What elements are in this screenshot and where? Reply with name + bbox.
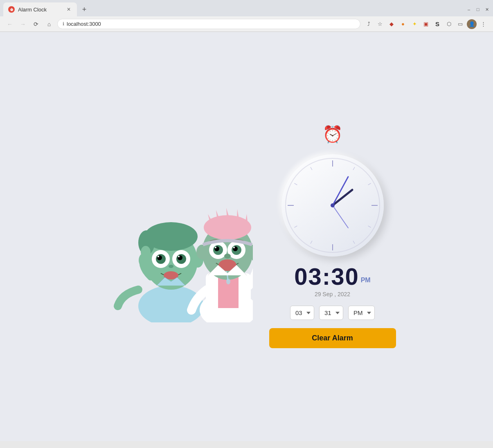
svg-point-39 <box>226 279 230 284</box>
hour-select[interactable]: 010203040506070809101112 <box>290 306 314 320</box>
profile-icon[interactable]: 👤 <box>467 19 477 29</box>
bookmark-icon[interactable]: ☆ <box>375 19 385 29</box>
reload-button[interactable]: ⟳ <box>31 19 41 29</box>
address-input[interactable]: ℹ localhost:3000 <box>57 19 360 29</box>
period-select[interactable]: AMPM <box>348 306 375 320</box>
svg-line-55 <box>311 167 312 170</box>
main-container: ⏰ <box>97 125 396 348</box>
browser-tab[interactable]: ⏰ Alarm Clock ✕ <box>3 2 77 16</box>
lock-icon: ℹ <box>63 21 64 27</box>
minute-select[interactable]: 0001020304050607080910111213141516171819… <box>319 306 343 320</box>
alarm-time-selectors: 010203040506070809101112 000102030405060… <box>290 306 375 320</box>
sidebar-icon[interactable]: ▭ <box>455 19 465 29</box>
svg-point-37 <box>224 254 231 259</box>
svg-point-13 <box>169 265 173 268</box>
extensions-icon[interactable]: ⬡ <box>444 19 454 29</box>
digital-time-display: 03:30PM 29 Sep , 2022 <box>294 265 370 297</box>
svg-point-40 <box>196 245 208 259</box>
app-content: ⏰ <box>0 32 493 441</box>
svg-line-48 <box>353 167 355 170</box>
back-button[interactable]: ← <box>5 19 15 29</box>
menu-icon[interactable]: ⋮ <box>478 19 488 29</box>
url-display: localhost:3000 <box>67 21 101 27</box>
svg-point-36 <box>233 247 235 248</box>
date-display: 29 Sep , 2022 <box>294 291 370 297</box>
ampm-text: PM <box>361 277 371 284</box>
svg-line-58 <box>333 205 348 228</box>
window-controls: – □ ✕ <box>466 7 490 12</box>
ext1-icon[interactable]: ◆ <box>387 19 396 29</box>
share-icon[interactable]: ⤴ <box>364 19 374 29</box>
toolbar-icons: ⤴ ☆ ◆ ● ✦ ▣ S ⬡ ▭ 👤 ⋮ <box>364 19 488 29</box>
forward-button[interactable]: → <box>18 19 28 29</box>
alarm-clock-icon: ⏰ <box>322 125 343 144</box>
svg-line-49 <box>368 183 371 185</box>
tab-title: Alarm Clock <box>18 7 62 13</box>
svg-line-57 <box>333 177 348 205</box>
close-button[interactable]: ✕ <box>484 7 490 12</box>
character-illustration <box>97 151 253 322</box>
svg-line-51 <box>353 241 355 244</box>
home-button[interactable]: ⌂ <box>44 19 54 29</box>
svg-line-52 <box>311 241 312 244</box>
svg-point-35 <box>215 247 216 248</box>
character-area <box>97 151 253 322</box>
title-bar: ⏰ Alarm Clock ✕ + – □ ✕ <box>0 0 493 16</box>
clock-face <box>281 154 384 257</box>
ext5-icon[interactable]: S <box>432 19 442 29</box>
svg-line-54 <box>294 183 297 185</box>
svg-line-56 <box>333 190 352 205</box>
ext2-icon[interactable]: ● <box>398 19 408 29</box>
tab-close-button[interactable]: ✕ <box>65 6 72 13</box>
clear-alarm-button[interactable]: Clear Alarm <box>269 328 396 348</box>
svg-point-12 <box>178 256 180 257</box>
analog-clock <box>281 154 384 257</box>
tab-favicon: ⏰ <box>8 6 15 13</box>
clock-area: ⏰ <box>269 125 396 348</box>
new-tab-button[interactable]: + <box>79 4 90 15</box>
address-bar: ← → ⟳ ⌂ ℹ localhost:3000 ⤴ ☆ ◆ ● ✦ ▣ S ⬡… <box>0 16 493 32</box>
digital-time-value: 03:30PM <box>294 265 370 288</box>
time-text: 03:30 <box>294 263 359 290</box>
svg-point-59 <box>331 203 335 207</box>
svg-line-50 <box>368 226 371 227</box>
svg-line-53 <box>294 226 297 227</box>
svg-point-11 <box>158 256 159 257</box>
minimize-button[interactable]: – <box>466 7 472 12</box>
ext4-icon[interactable]: ▣ <box>421 19 431 29</box>
browser-chrome: ⏰ Alarm Clock ✕ + – □ ✕ ← → ⟳ ⌂ ℹ localh… <box>0 0 493 32</box>
ext3-icon[interactable]: ✦ <box>410 19 419 29</box>
svg-point-17 <box>141 246 151 258</box>
maximize-button[interactable]: □ <box>475 7 481 12</box>
clock-svg <box>284 156 382 254</box>
